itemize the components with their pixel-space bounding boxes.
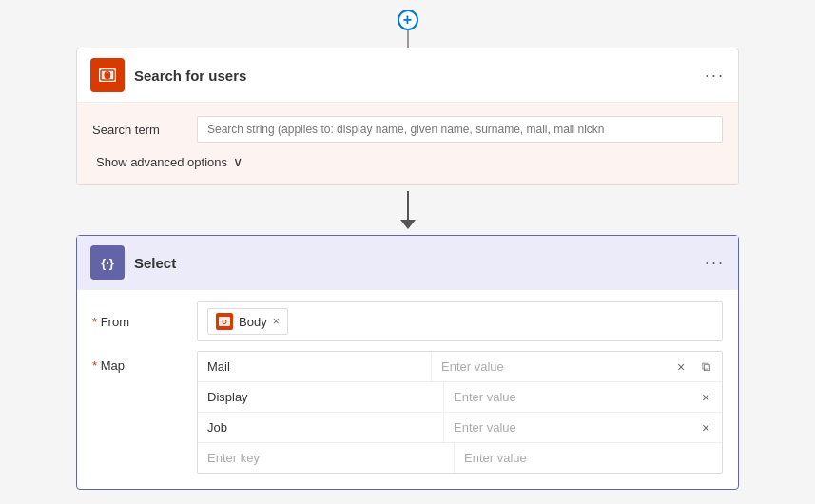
map-key-enter[interactable]: Enter key bbox=[198, 443, 455, 473]
map-row-clone-button[interactable]: ⧉ bbox=[695, 357, 716, 378]
map-row-actions: × bbox=[689, 382, 722, 412]
search-card-more-button[interactable]: ··· bbox=[705, 67, 725, 84]
map-row-delete-button[interactable]: × bbox=[670, 357, 691, 378]
search-term-input[interactable] bbox=[197, 116, 723, 143]
table-row: Display Enter value × bbox=[198, 382, 722, 413]
chevron-down-icon: ∨ bbox=[233, 154, 248, 169]
table-row: Mail Enter value × ⧉ bbox=[198, 352, 722, 382]
show-advanced-label: Show advanced options bbox=[96, 155, 227, 169]
map-row-actions: × bbox=[689, 413, 722, 442]
arrow-head bbox=[400, 220, 416, 229]
search-term-label: Search term bbox=[92, 123, 197, 137]
map-row-fields: Job Enter value bbox=[198, 413, 689, 442]
map-row-delete-button[interactable]: × bbox=[695, 417, 716, 438]
map-row-actions: × ⧉ bbox=[665, 352, 722, 381]
search-card-body: Search term Show advanced options ∨ bbox=[77, 103, 738, 184]
from-tag-label: Body bbox=[239, 315, 267, 329]
from-row: From O Body × bbox=[92, 301, 723, 341]
table-row: Enter key Enter value bbox=[198, 443, 722, 473]
select-icon: {·} bbox=[90, 245, 125, 280]
select-card: {·} Select ··· From O Body × bbox=[76, 235, 739, 490]
map-value-mail[interactable]: Enter value bbox=[432, 352, 665, 381]
map-row-actions-empty bbox=[710, 443, 722, 473]
select-card-header: {·} Select ··· bbox=[77, 236, 738, 290]
map-label: Map bbox=[92, 351, 197, 373]
select-card-body: From O Body × Map bbox=[77, 290, 738, 489]
from-tag-office-icon: O bbox=[216, 313, 233, 330]
top-connector: + bbox=[398, 10, 418, 48]
map-key-job[interactable]: Job bbox=[198, 413, 444, 442]
search-for-users-card: ■ O Search for users ··· Search term Sho… bbox=[76, 48, 739, 185]
map-row-fields: Mail Enter value bbox=[198, 352, 665, 381]
select-card-more-button[interactable]: ··· bbox=[705, 254, 725, 271]
map-row-fields: Display Enter value bbox=[198, 382, 689, 412]
from-label: From bbox=[92, 315, 197, 329]
map-row-fields: Enter key Enter value bbox=[198, 443, 710, 473]
arrow-connector bbox=[400, 185, 416, 235]
show-advanced-toggle[interactable]: Show advanced options ∨ bbox=[96, 154, 723, 169]
arrow-shaft bbox=[407, 191, 409, 220]
map-value-display[interactable]: Enter value bbox=[444, 382, 689, 412]
map-row: Map Mail Enter value × ⧉ Displa bbox=[92, 351, 723, 474]
svg-text:{·}: {·} bbox=[101, 256, 114, 270]
select-card-title: Select bbox=[134, 255, 705, 271]
map-value-job[interactable]: Enter value bbox=[444, 413, 689, 442]
add-step-button[interactable]: + bbox=[398, 10, 418, 30]
connector-line-top bbox=[407, 30, 409, 48]
map-key-display[interactable]: Display bbox=[198, 382, 444, 412]
map-value-enter[interactable]: Enter value bbox=[455, 443, 710, 473]
map-key-mail[interactable]: Mail bbox=[198, 352, 432, 381]
svg-text:O: O bbox=[104, 70, 111, 81]
map-row-delete-button[interactable]: × bbox=[695, 387, 716, 408]
svg-text:O: O bbox=[222, 319, 227, 325]
search-card-header: ■ O Search for users ··· bbox=[77, 48, 738, 103]
search-term-row: Search term bbox=[92, 116, 723, 143]
from-body-tag: O Body × bbox=[207, 308, 288, 335]
from-field[interactable]: O Body × bbox=[197, 301, 723, 341]
office-icon: ■ O bbox=[90, 58, 125, 92]
map-table: Mail Enter value × ⧉ Display Enter value bbox=[197, 351, 723, 474]
from-tag-close-button[interactable]: × bbox=[273, 315, 280, 328]
search-card-title: Search for users bbox=[134, 68, 705, 84]
table-row: Job Enter value × bbox=[198, 413, 722, 443]
